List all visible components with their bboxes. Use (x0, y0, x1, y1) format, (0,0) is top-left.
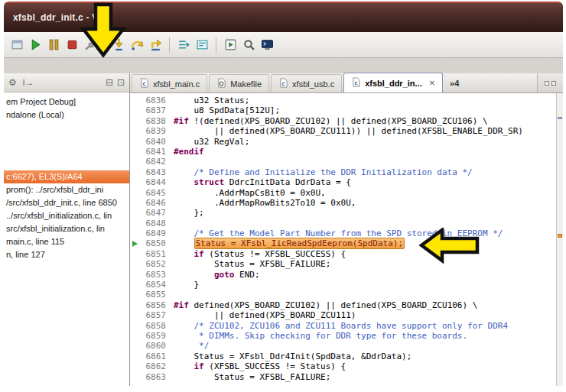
code-line: 6850 Status = XFsbl_IicReadSpdEeprom(Spd… (130, 238, 556, 248)
annotation-gutter (130, 198, 140, 208)
tab-label: xfsbl_ddr_in... (365, 79, 422, 88)
stack-frame-row[interactable]: prom(): ../src/xfsbl_ddr_ini (4, 183, 129, 196)
resume-icon[interactable] (27, 36, 44, 54)
view-settings-icon[interactable]: ⚙ (8, 78, 17, 87)
search-icon[interactable] (240, 36, 257, 54)
main-toolbar (4, 32, 563, 58)
code-text: .AddrMapRowBits2To10 = 0x0U, (174, 198, 356, 208)
annotation-gutter (130, 219, 140, 228)
debug-tree-row[interactable]: em Project Debug] (4, 96, 129, 109)
line-number: 6845 (140, 188, 174, 198)
c-file-icon: c (351, 77, 361, 89)
line-number: 6856 (140, 300, 174, 310)
stack-frame-row[interactable]: main.c, line 115 (4, 235, 129, 248)
tab-label: xfsbl_usb.c (292, 79, 334, 89)
stack-frame-row[interactable]: ../src/xfsbl_initialization.c, lin (4, 209, 129, 222)
code-line: 6851 if (Status != XFSBL_SUCCESS) { (130, 249, 556, 259)
code-text: Status = XFsbl_IicReadSpdEeprom(SpdData)… (174, 238, 405, 248)
workspace-icon[interactable] (8, 36, 25, 54)
line-number: 6836 (140, 96, 174, 105)
highlighted-statement: Status = XFsbl_IicReadSpdEeprom(SpdData)… (194, 238, 405, 249)
code-text: /* Define and Initialize the DDR Initial… (174, 167, 473, 177)
code-line: 6861 Status = XFsbl_Ddr4Init(SpdData, &D… (130, 352, 556, 361)
svg-text:c: c (354, 79, 357, 86)
debug-stack-list: em Project Debug]ndalone (Local) c:6627)… (4, 92, 129, 386)
c-file-icon: c (278, 78, 288, 89)
step-return-icon[interactable] (147, 36, 164, 54)
code-line: 6857 || defined(XPS_BOARD_ZCU111) (130, 310, 556, 320)
workbench-trim (4, 58, 563, 73)
debug-config-icon[interactable] (222, 36, 239, 54)
debug-tree-row[interactable]: ndalone (Local) (4, 109, 129, 121)
code-text: .AddrMapCsBit0 = 0x0U, (174, 188, 326, 198)
code-line: 6842 (130, 157, 556, 167)
tab-xfsbl-main-c[interactable]: cxfsbl_main.c (132, 74, 207, 92)
hidden-tabs-indicator[interactable]: »4 (450, 79, 459, 88)
maximize-view-icon[interactable]: ⊡ (117, 78, 125, 87)
step-into-icon[interactable] (110, 36, 127, 54)
stack-frame-row[interactable]: src/xfsbl_initialization.c, lin (4, 222, 129, 235)
annotation-gutter (130, 300, 140, 310)
code-line: 6844 struct DdrcInitData DdrData = { (130, 177, 556, 187)
annotation-gutter (130, 105, 140, 115)
line-number: 6844 (140, 177, 174, 187)
annotation-gutter (130, 361, 140, 371)
line-number: 6857 (140, 310, 174, 320)
tab-makefile[interactable]: Makefile (209, 74, 269, 92)
stack-frame-row[interactable]: /src/xfsbl_ddr_init.c, line 6850 (4, 196, 129, 209)
annotation-gutter (130, 96, 140, 105)
code-text: */ (174, 341, 209, 351)
debug-view-toolbar-right: ⊟⊡ (106, 78, 125, 87)
annotation-gutter (130, 116, 140, 126)
code-text: if (XFSBL_SUCCESS != Status) { (174, 361, 346, 371)
line-number: 6860 (140, 341, 174, 351)
code-text: struct DdrcInitData DdrData = { (174, 177, 351, 187)
tab-xfsbl-usb-c[interactable]: cxfsbl_usb.c (271, 74, 342, 92)
code-line: 6853 goto END; (130, 270, 556, 280)
line-number: 6843 (140, 167, 174, 177)
toolbar-separator (104, 37, 105, 53)
annotation-gutter (130, 259, 140, 269)
workbench-area: ⚙i→⊟⊡ em Project Debug]ndalone (Local) c… (4, 73, 563, 386)
window-titlebar[interactable]: xfsbl_ddr_init.c - V (4, 2, 563, 32)
code-text: } (174, 280, 199, 290)
ruler-marker[interactable] (558, 234, 562, 238)
code-lines[interactable]: 6836 u32 Status;6837 u8 SpdData[512U];68… (130, 93, 556, 386)
window-title: xfsbl_ddr_init.c - V (13, 12, 98, 23)
debug-list-spacer (4, 121, 129, 170)
overview-ruler[interactable] (556, 93, 563, 386)
show-full-paths-icon[interactable]: i→ (23, 78, 34, 87)
stack-frame-row[interactable]: n, line 127 (4, 248, 129, 261)
code-text: Status = XFsbl_Ddr4Init(SpdData, &DdrDat… (174, 352, 411, 361)
line-number: 6847 (140, 208, 174, 218)
line-number: 6853 (140, 270, 174, 280)
disconnect-icon[interactable] (82, 36, 99, 54)
console-icon[interactable] (194, 36, 210, 54)
step-over-icon[interactable] (128, 36, 145, 54)
ruler-marker[interactable] (558, 117, 562, 119)
code-line: 6860 */ (130, 341, 556, 351)
code-line: 6836 u32 Status; (130, 96, 556, 105)
code-text: || defined(XPS_BOARD_ZCU111)) || defined… (174, 126, 523, 136)
code-text: u32 RegVal; (174, 137, 249, 147)
close-icon[interactable]: ✕ (429, 79, 435, 87)
annotation-gutter (130, 157, 140, 167)
code-line: 6854 } (130, 280, 556, 290)
code-text: || defined(XPS_BOARD_ZCU111) (174, 310, 356, 320)
stack-frame-row[interactable]: c:6627), EL3(S)/A64 (4, 170, 129, 183)
tab-xfsbl-ddr-in[interactable]: cxfsbl_ddr_in...✕ (343, 73, 443, 92)
annotation-gutter (130, 372, 140, 382)
instruction-stepping-icon[interactable] (175, 36, 192, 54)
terminate-icon[interactable] (63, 36, 80, 54)
minimize-view-icon[interactable]: ⊟ (106, 78, 113, 87)
line-number: 6837 (140, 105, 174, 115)
code-editor[interactable]: 6836 u32 Status;6837 u8 SpdData[512U];68… (130, 93, 563, 386)
line-number: 6862 (140, 361, 174, 371)
view-stack-stub[interactable] (537, 73, 563, 92)
code-text: /* Get the Model Part Number from the SP… (174, 228, 503, 238)
code-line: 6855 (130, 290, 556, 300)
line-number: 6861 (140, 352, 174, 361)
annotation-gutter (130, 331, 140, 341)
suspend-icon[interactable] (45, 36, 62, 54)
terminal-icon[interactable] (259, 36, 275, 54)
